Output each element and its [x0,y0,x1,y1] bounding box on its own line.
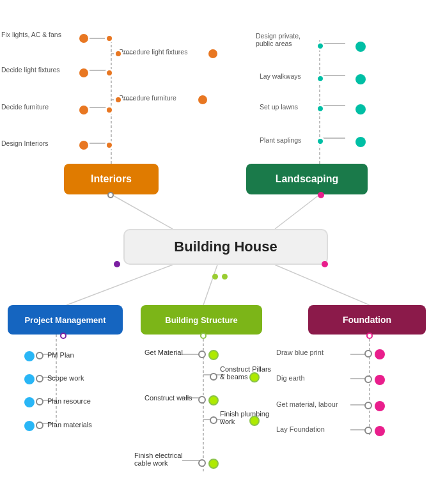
landscaping-item-4: Plant saplings [260,136,301,144]
bs-dot-right-2 [249,416,260,426]
project-management-node[interactable]: Project Management [8,305,123,335]
foundation-dot-2 [375,375,385,385]
interiors-dot-proc2b [198,95,207,104]
bs-item-2: Construct walls [144,394,192,402]
bs-dot-right-1b [210,373,217,381]
bs-dot-right-2b [210,416,217,424]
bs-dot-2 [208,395,219,406]
bs-dot-1b [198,350,206,358]
bh-left-connector [114,261,120,267]
pm-item-4: Plan materials [47,421,92,429]
interiors-dot-proc2 [114,95,123,104]
interiors-dot-1b [105,34,114,43]
interiors-dot-4b [105,141,114,150]
pm-dot-1b [36,352,43,359]
bs-dot-right-1 [249,372,260,382]
foundation-dot-3b [364,402,372,409]
svg-line-2 [66,265,173,305]
interiors-dot-proc1b [208,49,217,58]
interiors-item-proc1: Procedure light fixtures [119,48,187,56]
foundation-dot-1 [375,349,385,359]
interiors-dot-4 [79,141,88,150]
landscaping-dot-4 [316,137,325,146]
interiors-item-1: Fix lights, AC & fans [1,31,61,38]
pm-dot-4b [36,421,43,429]
interiors-item-4: Design Interiors [1,139,49,147]
foundation-dot-1b [364,350,372,358]
foundation-dot-4 [375,426,385,436]
foundation-label: Foundation [343,315,391,325]
svg-line-1 [275,194,320,229]
foundation-node[interactable]: Foundation [308,305,426,335]
bs-connector-dot [200,333,207,339]
svg-line-0 [111,194,173,229]
landscaping-item-2: Lay walkways [260,72,301,80]
pm-dot-2b [36,375,43,382]
bs-dot-3b [198,459,206,467]
bs-dot-2b [198,396,206,404]
svg-line-3 [203,265,217,305]
bs-dot-3 [208,459,219,469]
bs-item-right-2: Finish plumbing work [220,410,277,425]
svg-line-4 [275,265,370,305]
bh-right-connector [322,261,328,267]
landscaping-dot-1b [355,42,366,52]
pm-dot-3 [24,397,35,407]
building-house-label: Building House [174,239,277,255]
landscaping-dot-1 [316,42,325,51]
building-structure-label: Building Structure [165,315,237,325]
interiors-dot-2 [79,68,88,77]
landscaping-dot-3 [316,104,325,113]
foundation-dot-3 [375,401,385,411]
landscaping-dot-3b [355,104,366,114]
pm-dot-3b [36,398,43,406]
pm-item-2: Scope work [47,374,84,382]
bs-item-3: Finish electrical cable work [134,452,198,467]
bh-bottom-connector1 [212,274,218,280]
foundation-dot-2b [364,375,372,383]
interiors-dot-1 [79,34,88,43]
bs-item-1: Get Material [144,349,183,356]
interiors-dot-proc1 [114,49,123,58]
pm-dot-2 [24,374,35,384]
interiors-item-2: Decide light fixtures [1,66,60,74]
foundation-item-1: Draw blue print [276,349,324,356]
landscaping-connector-dot [318,192,324,198]
interiors-item-proc2: Procedure furniture [119,94,176,102]
foundation-connector-dot [366,333,373,339]
pm-connector-dot [60,333,66,339]
landscaping-node[interactable]: Landscaping [246,164,368,194]
building-structure-node[interactable]: Building Structure [141,305,262,335]
interiors-node[interactable]: Interiors [64,164,159,194]
bs-dot-1 [208,350,219,360]
landscaping-label: Landscaping [276,173,339,185]
landscaping-dot-2 [316,74,325,83]
foundation-item-3: Get material, labour [276,400,338,408]
interiors-dot-3b [105,106,114,114]
landscaping-dot-2b [355,74,366,84]
pm-item-1: PM Plan [47,351,74,359]
interiors-label: Interiors [91,173,132,185]
landscaping-item-3: Set up lawns [260,103,298,111]
diagram: Building House Interiors Landscaping Pro… [0,0,445,504]
landscaping-item-1: Design private, public areas [256,32,313,47]
interiors-connector-dot [107,192,114,198]
project-management-label: Project Management [24,315,105,325]
building-house-node[interactable]: Building House [123,229,328,265]
bh-bottom-connector2 [222,274,228,280]
pm-item-3: Plan resource [47,397,91,405]
pm-dot-4 [24,421,35,431]
foundation-item-4: Lay Foundation [276,425,325,433]
foundation-dot-4b [364,427,372,434]
foundation-item-2: Dig earth [276,374,305,382]
interiors-dot-2b [105,68,114,77]
pm-dot-1 [24,351,35,361]
interiors-dot-3 [79,106,88,114]
landscaping-dot-4b [355,137,366,147]
interiors-item-3: Decide furniture [1,103,49,111]
bs-item-right-1: Construct Pillars & beams [220,365,277,381]
